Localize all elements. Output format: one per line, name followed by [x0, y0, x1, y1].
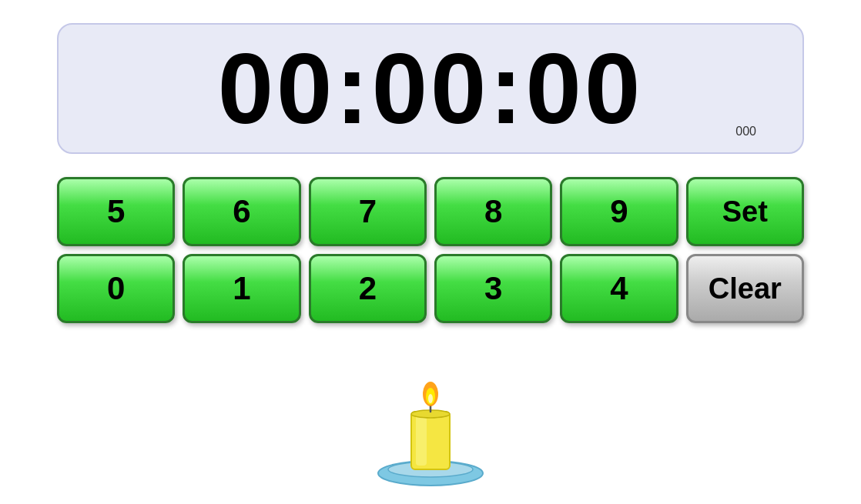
set-button[interactable]: Set	[686, 177, 804, 246]
svg-rect-3	[416, 416, 427, 466]
candle-illustration	[365, 354, 496, 489]
button-0[interactable]: 0	[57, 254, 175, 323]
button-3[interactable]: 3	[434, 254, 552, 323]
button-9[interactable]: 9	[560, 177, 678, 246]
svg-point-8	[428, 394, 433, 403]
button-1[interactable]: 1	[183, 254, 300, 323]
timer-display: 00:00:00 000	[57, 23, 804, 154]
button-4[interactable]: 4	[560, 254, 678, 323]
candle-icon	[365, 354, 496, 489]
button-2[interactable]: 2	[309, 254, 427, 323]
button-6[interactable]: 6	[183, 177, 300, 246]
timer-text: 00:00:00	[218, 38, 643, 139]
button-grid: 5 6 7 8 9 Set 0 1 2 3 4 Clear	[57, 177, 804, 323]
clear-button[interactable]: Clear	[686, 254, 804, 323]
button-8[interactable]: 8	[434, 177, 552, 246]
timer-milliseconds: 000	[735, 125, 756, 139]
button-5[interactable]: 5	[57, 177, 175, 246]
button-7[interactable]: 7	[309, 177, 427, 246]
